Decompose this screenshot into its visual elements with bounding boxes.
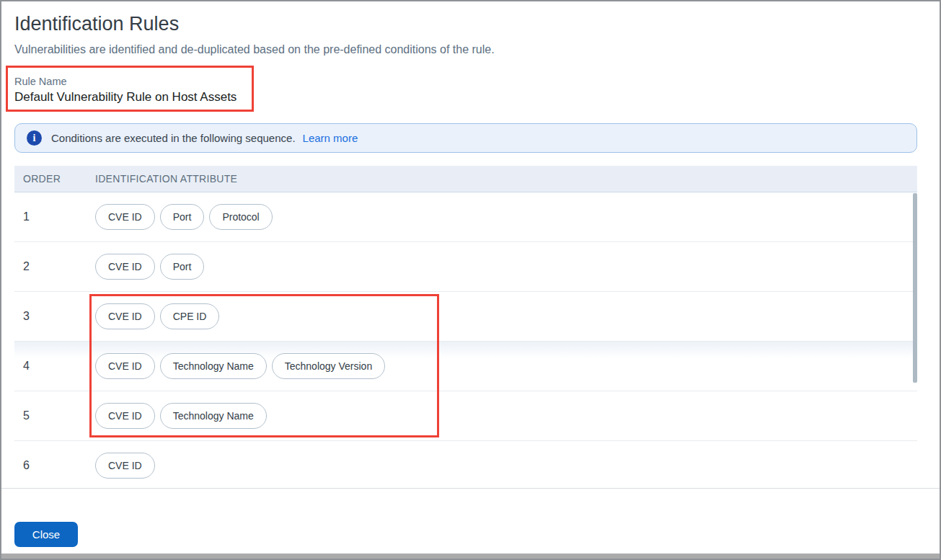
vertical-scrollbar-thumb[interactable] <box>913 193 917 383</box>
attribute-pill: Port <box>160 204 205 230</box>
table-body: 1CVE IDPortProtocol2CVE IDPort3CVE IDCPE… <box>14 192 917 488</box>
horizontal-scrollbar[interactable] <box>1 554 940 559</box>
column-header-order: ORDER <box>14 173 95 185</box>
attribute-pill: CVE ID <box>95 254 155 280</box>
page-title: Identification Rules <box>14 12 179 36</box>
attribute-pill: Technology Name <box>160 353 267 379</box>
attribute-pill: CVE ID <box>95 303 155 329</box>
table-row: 1CVE IDPortProtocol <box>14 192 917 242</box>
attribute-pill: CVE ID <box>95 204 155 230</box>
attribute-pill: CVE ID <box>95 353 155 379</box>
table-header: ORDER IDENTIFICATION ATTRIBUTE <box>14 166 917 192</box>
banner-text: Conditions are executed in the following… <box>51 132 296 144</box>
attribute-pills: CVE ID <box>95 453 155 479</box>
learn-more-link[interactable]: Learn more <box>303 132 358 144</box>
info-banner: i Conditions are executed in the followi… <box>14 123 917 153</box>
attribute-pills: CVE IDCPE ID <box>95 303 219 329</box>
table-row: 4CVE IDTechnology NameTechnology Version <box>14 342 917 391</box>
rule-name-label: Rule Name <box>14 76 67 87</box>
rule-name-annotation-box <box>6 66 254 112</box>
attribute-pill: CPE ID <box>160 303 220 329</box>
order-number: 1 <box>14 210 95 223</box>
info-icon: i <box>27 130 42 146</box>
table-row: 6CVE ID <box>14 441 917 488</box>
attribute-pills: CVE IDPort <box>95 254 204 280</box>
order-number: 5 <box>14 409 95 422</box>
attribute-pill: Technology Version <box>272 353 385 379</box>
attribute-pill: CVE ID <box>95 403 155 429</box>
table-row: 5CVE IDTechnology Name <box>14 391 917 441</box>
table-row: 3CVE IDCPE ID <box>14 292 917 342</box>
order-number: 6 <box>14 459 95 472</box>
attribute-pill: Technology Name <box>160 403 267 429</box>
attribute-pill: Port <box>160 254 205 280</box>
footer: Close <box>1 488 940 554</box>
table-row: 2CVE IDPort <box>14 242 917 292</box>
close-button[interactable]: Close <box>14 522 78 547</box>
attribute-pill: CVE ID <box>95 453 155 479</box>
order-number: 3 <box>14 310 95 323</box>
attribute-pill: Protocol <box>209 204 272 230</box>
attribute-pills: CVE IDPortProtocol <box>95 204 273 230</box>
order-number: 2 <box>14 260 95 273</box>
attribute-pills: CVE IDTechnology NameTechnology Version <box>95 353 385 379</box>
rule-name-value: Default Vulnerability Rule on Host Asset… <box>14 90 237 105</box>
page-subtitle: Vulnerabilities are identified and de-du… <box>14 43 495 56</box>
attribute-pills: CVE IDTechnology Name <box>95 403 267 429</box>
order-number: 4 <box>14 360 95 373</box>
column-header-attribute: IDENTIFICATION ATTRIBUTE <box>95 173 917 185</box>
